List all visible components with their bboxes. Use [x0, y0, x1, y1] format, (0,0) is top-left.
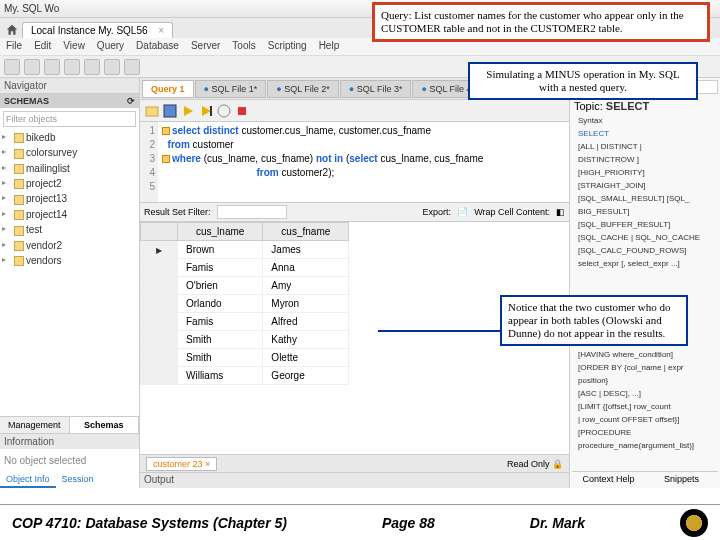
- query-tab[interactable]: ● SQL File 1*: [195, 80, 267, 98]
- schema-list: bikedb colorsurvey mailinglist project2 …: [0, 130, 139, 416]
- callout-query: Query: List customer names for the custo…: [372, 2, 710, 42]
- tab-context-help[interactable]: Context Help: [572, 472, 645, 486]
- execute-icon[interactable]: [180, 103, 196, 119]
- tab-snippets[interactable]: Snippets: [645, 472, 718, 486]
- export-label: Export:: [423, 207, 452, 217]
- tool-icon[interactable]: [64, 59, 80, 75]
- connection-tab-label: Local Instance My. SQL56: [31, 25, 148, 36]
- menu-file[interactable]: File: [6, 40, 22, 53]
- schema-item[interactable]: bikedb: [0, 130, 139, 145]
- schema-item[interactable]: vendor2: [0, 238, 139, 253]
- information-body: No object selected: [0, 449, 139, 472]
- export-icon[interactable]: 📄: [457, 207, 468, 217]
- table-row[interactable]: SmithKathy: [141, 331, 349, 349]
- table-row[interactable]: SmithOlette: [141, 349, 349, 367]
- menu-server[interactable]: Server: [191, 40, 220, 53]
- main-area: Navigator SCHEMAS ⟳ Filter objects biked…: [0, 78, 720, 488]
- svg-point-3: [218, 105, 230, 117]
- tab-management[interactable]: Management: [0, 417, 70, 433]
- save-icon[interactable]: [162, 103, 178, 119]
- callout-notice: Notice that the two customer who do appe…: [500, 295, 688, 346]
- schema-item[interactable]: project2: [0, 176, 139, 191]
- output-header: Output: [140, 472, 569, 488]
- help-panel: ← → SELECT ▾ Topic: SELECT Syntax SELECT…: [570, 78, 720, 488]
- filter-placeholder: Filter objects: [6, 114, 57, 124]
- schema-item[interactable]: test: [0, 222, 139, 237]
- code-body[interactable]: select distinct customer.cus_lname, cust…: [158, 122, 569, 202]
- column-header[interactable]: cus_fname: [263, 223, 349, 241]
- new-sql-icon[interactable]: [4, 59, 20, 75]
- schema-item[interactable]: colorsurvey: [0, 145, 139, 160]
- query-tab[interactable]: ● SQL File 3*: [340, 80, 412, 98]
- filter-input[interactable]: Filter objects: [3, 111, 136, 127]
- refresh-icon[interactable]: ⟳: [127, 96, 135, 106]
- wrap-label: Wrap Cell Content:: [474, 207, 550, 217]
- menu-query[interactable]: Query: [97, 40, 124, 53]
- stop-icon[interactable]: [234, 103, 250, 119]
- information-section: Information No object selected Object In…: [0, 433, 139, 488]
- row-pointer-icon: [141, 241, 178, 259]
- information-header: Information: [0, 434, 139, 449]
- close-icon[interactable]: ×: [158, 25, 164, 36]
- table-row[interactable]: BrownJames: [141, 241, 349, 259]
- slide-footer: COP 4710: Database Systems (Chapter 5) P…: [0, 504, 720, 540]
- fold-marker-icon: [162, 155, 170, 163]
- help-tabs: Context Help Snippets: [572, 471, 718, 486]
- table-row[interactable]: OrlandoMyron: [141, 295, 349, 313]
- tab-session[interactable]: Session: [56, 472, 100, 488]
- database-icon: [14, 179, 24, 189]
- svg-rect-1: [164, 105, 176, 117]
- query-tab[interactable]: Query 1: [142, 80, 194, 98]
- schema-item[interactable]: project14: [0, 207, 139, 222]
- center-panel: Query 1 ● SQL File 1* ● SQL File 2* ● SQ…: [140, 78, 570, 488]
- tool-icon[interactable]: [104, 59, 120, 75]
- help-topic: Topic: SELECT: [574, 100, 718, 112]
- query-tab[interactable]: ● SQL File 2*: [267, 80, 339, 98]
- ucf-logo-icon: [680, 509, 708, 537]
- schema-item[interactable]: project13: [0, 191, 139, 206]
- svg-rect-0: [146, 107, 158, 116]
- tool-icon[interactable]: [124, 59, 140, 75]
- column-header[interactable]: cus_lname: [178, 223, 263, 241]
- menu-help[interactable]: Help: [319, 40, 340, 53]
- menu-view[interactable]: View: [63, 40, 85, 53]
- svg-rect-4: [238, 107, 246, 115]
- row-header: [141, 223, 178, 241]
- database-icon: [14, 164, 24, 174]
- menu-database[interactable]: Database: [136, 40, 179, 53]
- line-gutter: 12345: [140, 122, 158, 202]
- table-row[interactable]: FamisAlfred: [141, 313, 349, 331]
- menu-scripting[interactable]: Scripting: [268, 40, 307, 53]
- close-icon[interactable]: ×: [205, 459, 210, 469]
- home-icon[interactable]: [4, 22, 20, 38]
- database-icon: [14, 133, 24, 143]
- schema-item[interactable]: mailinglist: [0, 161, 139, 176]
- open-file-icon[interactable]: [144, 103, 160, 119]
- callout-minus: Simulating a MINUS operation in My. SQL …: [468, 62, 698, 100]
- tab-schemas[interactable]: Schemas: [70, 417, 140, 433]
- menu-edit[interactable]: Edit: [34, 40, 51, 53]
- table-row[interactable]: FamisAnna: [141, 259, 349, 277]
- editor-toolbar: [140, 100, 569, 122]
- result-toolbar: Result Set Filter: Export: 📄 Wrap Cell C…: [140, 202, 569, 222]
- result-filter-input[interactable]: [217, 205, 287, 219]
- result-tab[interactable]: customer 23 ×: [146, 457, 217, 471]
- execute-step-icon[interactable]: [198, 103, 214, 119]
- navigator-panel: Navigator SCHEMAS ⟳ Filter objects biked…: [0, 78, 140, 488]
- table-row[interactable]: WilliamsGeorge: [141, 367, 349, 385]
- footer-center: Page 88: [382, 515, 435, 531]
- navigator-title: Navigator: [4, 80, 47, 91]
- connection-tab[interactable]: Local Instance My. SQL56 ×: [22, 22, 173, 38]
- navigator-tabs: Management Schemas: [0, 416, 139, 433]
- tool-icon[interactable]: [84, 59, 100, 75]
- open-icon[interactable]: [24, 59, 40, 75]
- schemas-header: SCHEMAS ⟳: [0, 94, 139, 108]
- tab-object-info[interactable]: Object Info: [0, 472, 56, 488]
- menu-tools[interactable]: Tools: [232, 40, 255, 53]
- wrap-icon[interactable]: ◧: [556, 207, 565, 217]
- tool-icon[interactable]: [44, 59, 60, 75]
- sql-editor[interactable]: 12345 select distinct customer.cus_lname…: [140, 122, 569, 202]
- table-row[interactable]: O'brienAmy: [141, 277, 349, 295]
- explain-icon[interactable]: [216, 103, 232, 119]
- schema-item[interactable]: vendors: [0, 253, 139, 268]
